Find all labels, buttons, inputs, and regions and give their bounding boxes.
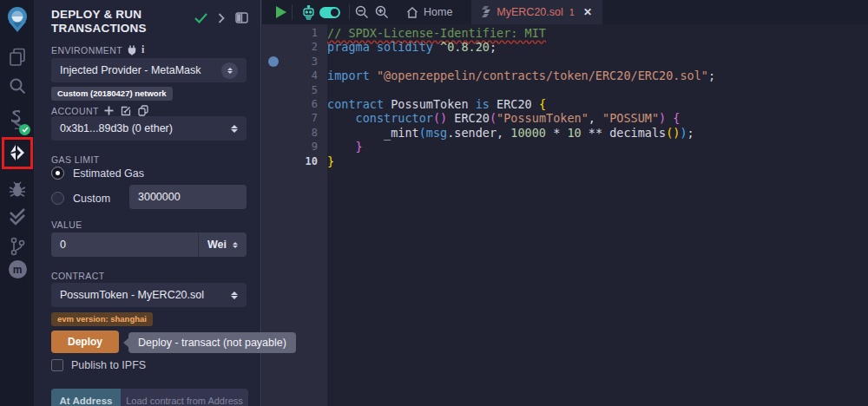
copilot-toggle[interactable] xyxy=(319,7,340,18)
compile-success-badge xyxy=(19,124,30,135)
at-address-button[interactable]: At Address xyxy=(51,389,121,406)
zoom-in-icon[interactable] xyxy=(375,5,389,19)
code-line: // SPDX-License-Identifier: MIT xyxy=(327,26,868,40)
code-line xyxy=(327,83,868,97)
checkbox[interactable] xyxy=(51,359,63,371)
remix-logo[interactable] xyxy=(0,6,35,34)
line-number[interactable]: 7 xyxy=(262,111,327,125)
code-line: } xyxy=(327,154,868,168)
tab-filename: MyERC20.sol xyxy=(496,6,562,18)
code-line: _mint(msg.sender, 10000 * 10 ** decimals… xyxy=(327,126,868,140)
line-number[interactable]: 10 xyxy=(262,154,327,168)
estimated-gas-option[interactable]: Estimated Gas xyxy=(51,167,144,180)
debugger-bug-icon[interactable] xyxy=(0,180,35,199)
editor-tabbar: Home MyERC20.sol 1 ✕ xyxy=(262,0,868,24)
account-label: ACCOUNT xyxy=(51,105,148,116)
select-spinner-icon[interactable] xyxy=(221,62,238,79)
radio-selected[interactable] xyxy=(51,167,64,180)
code-line: contract PossumToken is ERC20 { xyxy=(327,97,868,111)
chevron-updown-icon xyxy=(231,291,238,299)
compile-check-icon xyxy=(194,13,207,23)
code-line: pragma solidity ^0.8.20; xyxy=(327,40,868,54)
network-badge: Custom (20180427) network xyxy=(51,87,173,101)
plugin-manager-icon[interactable]: m xyxy=(0,260,35,278)
radio-unselected[interactable] xyxy=(51,192,64,205)
code-editor: Home MyERC20.sol 1 ✕ 12345678910 // SPDX… xyxy=(262,0,868,406)
publish-ipfs-option[interactable]: Publish to IPFS xyxy=(51,359,146,371)
code-line: import "@openzeppelin/contracts/token/ER… xyxy=(327,69,868,82)
info-icon[interactable]: i xyxy=(141,43,145,56)
value-input[interactable]: 0 xyxy=(51,239,198,251)
activity-bar: m xyxy=(0,0,35,406)
solidity-file-icon xyxy=(482,6,490,18)
play-icon[interactable] xyxy=(276,6,286,18)
tab-home[interactable]: Home xyxy=(394,0,464,24)
account-select[interactable]: 0x3b1...89d3b (0 ether) xyxy=(51,116,247,141)
environment-select[interactable]: Injected Provider - MetaMask xyxy=(51,58,247,82)
custom-gas-input[interactable]: 3000000 xyxy=(129,185,247,209)
gas-limit-label: GAS LIMIT xyxy=(51,154,100,165)
line-number[interactable]: 6 xyxy=(262,97,327,111)
code-line xyxy=(327,55,868,69)
chevron-right-icon[interactable] xyxy=(218,13,225,23)
chevron-updown-icon xyxy=(231,125,238,133)
contract-label: CONTRACT xyxy=(51,271,105,281)
line-number[interactable]: 5 xyxy=(262,83,327,97)
zoom-out-icon[interactable] xyxy=(355,5,369,19)
code-line: constructor() ERC20("PossumToken", "POSS… xyxy=(327,111,868,125)
ai-robot-icon[interactable] xyxy=(301,5,316,20)
line-number[interactable]: 8 xyxy=(262,126,327,140)
custom-gas-option[interactable]: Custom xyxy=(51,192,110,205)
value-label: VALUE xyxy=(51,219,82,230)
copy-icon[interactable] xyxy=(138,105,148,116)
tab-badge: 1 xyxy=(569,7,575,17)
edit-icon[interactable] xyxy=(121,106,131,116)
at-address-input[interactable]: Load contract from Address xyxy=(121,389,248,406)
search-icon[interactable] xyxy=(0,77,35,95)
git-branch-icon[interactable] xyxy=(0,237,35,256)
chevron-updown-icon xyxy=(233,242,238,248)
line-number[interactable]: 9 xyxy=(262,140,327,154)
deploy-highlight-box xyxy=(2,137,33,169)
contract-select[interactable]: PossumToken - MyERC20.sol xyxy=(51,283,247,307)
split-view-icon[interactable] xyxy=(235,12,248,23)
code-line: } xyxy=(327,140,868,154)
line-number[interactable]: 4 xyxy=(262,69,327,82)
value-unit-select[interactable]: Wei xyxy=(198,232,247,257)
line-number[interactable]: 1 xyxy=(262,26,327,40)
file-explorer-icon[interactable] xyxy=(0,48,35,67)
tab-myerc20[interactable]: MyERC20.sol 1 ✕ xyxy=(471,0,602,24)
code-area[interactable]: // SPDX-License-Identifier: MITpragma so… xyxy=(327,24,868,406)
plug-icon[interactable] xyxy=(128,45,136,56)
panel-title: DEPLOY & RUN TRANSACTIONS xyxy=(51,8,147,36)
breakpoint-dot[interactable] xyxy=(268,56,279,67)
deploy-button[interactable]: Deploy xyxy=(51,331,119,353)
line-number[interactable]: 2 xyxy=(262,40,327,54)
value-input-group[interactable]: 0 Wei xyxy=(51,232,247,257)
environment-label: ENVIRONMENT i xyxy=(51,43,145,56)
deploy-tooltip: Deploy - transact (not payable) xyxy=(128,332,296,353)
evm-version-badge: evm version: shanghai xyxy=(51,312,153,326)
line-number[interactable]: 3 xyxy=(262,55,327,69)
remix-ide-window: m DEPLOY & RUN TRANSACTIONS ENVIRONMENT xyxy=(0,0,868,406)
close-icon[interactable]: ✕ xyxy=(583,6,592,18)
home-icon xyxy=(406,7,418,18)
plus-icon[interactable] xyxy=(104,106,114,115)
unit-test-check-icon[interactable] xyxy=(0,208,35,226)
